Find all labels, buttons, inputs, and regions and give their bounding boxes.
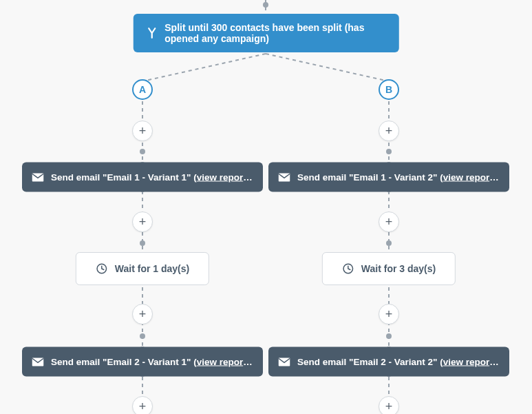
branch-badge-b: B: [379, 79, 399, 100]
svg-point-23: [386, 333, 392, 339]
svg-point-20: [386, 240, 392, 246]
send-email-node[interactable]: Send email "Email 2 - Variant 2" (view r…: [268, 347, 509, 377]
send-email-label: Send email "Email 2 - Variant 1" (view r…: [51, 357, 253, 367]
send-email-label: Send email "Email 2 - Variant 2" (view r…: [297, 357, 500, 367]
add-step-button[interactable]: +: [379, 396, 399, 414]
wait-node-label: Wait for 3 day(s): [361, 263, 436, 274]
email-icon: [278, 357, 290, 366]
email-icon: [278, 172, 290, 182]
svg-point-14: [140, 333, 145, 339]
clock-icon: [96, 262, 108, 275]
add-step-button[interactable]: +: [132, 396, 153, 414]
svg-line-5: [266, 54, 389, 81]
clock-icon: [342, 262, 354, 275]
svg-point-17: [386, 149, 392, 154]
add-step-button[interactable]: +: [379, 211, 399, 232]
add-step-button[interactable]: +: [132, 211, 153, 232]
view-reports-link[interactable]: view reports: [197, 357, 253, 367]
add-step-button[interactable]: +: [132, 304, 153, 324]
svg-point-8: [140, 149, 145, 154]
svg-point-1: [263, 2, 268, 8]
wait-node[interactable]: Wait for 3 day(s): [322, 252, 456, 285]
svg-point-11: [140, 240, 145, 246]
add-step-button[interactable]: +: [379, 121, 399, 141]
send-email-node[interactable]: Send email "Email 1 - Variant 2" (view r…: [268, 163, 509, 192]
send-email-node[interactable]: Send email "Email 2 - Variant 1" (view r…: [22, 347, 263, 377]
wait-node-label: Wait for 1 day(s): [115, 263, 189, 274]
branch-badge-a: A: [132, 79, 153, 100]
send-email-node[interactable]: Send email "Email 1 - Variant 1" (view r…: [22, 163, 263, 192]
add-step-button[interactable]: +: [132, 121, 153, 141]
view-reports-link[interactable]: view reports: [443, 172, 499, 183]
email-icon: [32, 357, 44, 366]
view-reports-link[interactable]: view reports: [443, 357, 499, 367]
split-node-label: Split until 300 contacts have been split…: [164, 22, 387, 44]
wait-node[interactable]: Wait for 1 day(s): [76, 252, 209, 285]
view-reports-link[interactable]: view reports: [197, 172, 253, 183]
email-icon: [32, 172, 44, 182]
split-node[interactable]: Split until 300 contacts have been split…: [133, 14, 399, 52]
split-icon: [145, 27, 158, 39]
svg-line-4: [142, 54, 266, 81]
send-email-label: Send email "Email 1 - Variant 2" (view r…: [297, 172, 500, 183]
add-step-button[interactable]: +: [379, 304, 399, 324]
send-email-label: Send email "Email 1 - Variant 1" (view r…: [51, 172, 253, 183]
